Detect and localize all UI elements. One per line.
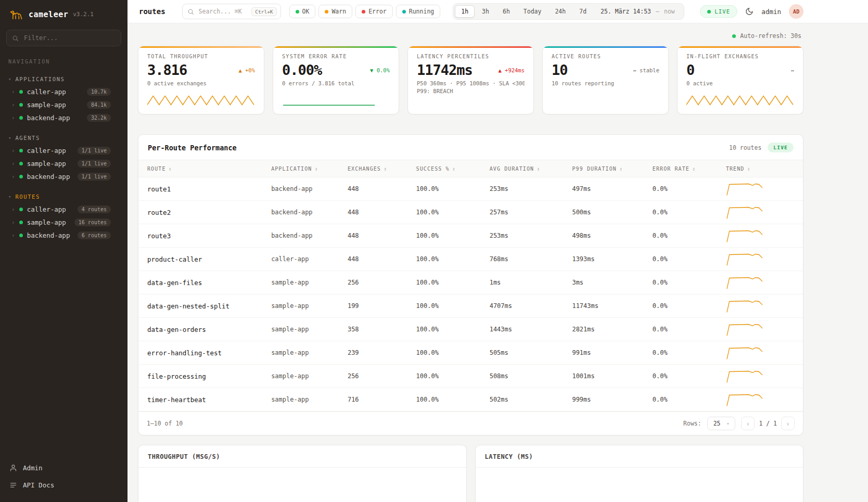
app-logo[interactable]: cameleer v3.2.1 xyxy=(0,0,127,27)
sidebar-item[interactable]: › caller-app 1/1 live xyxy=(0,144,127,157)
kpi-value: 3.816 xyxy=(147,62,187,78)
date-range-text: 25. März 14:53 xyxy=(601,8,651,15)
chip-label: Error xyxy=(368,8,387,15)
sidebar-item[interactable]: › sample-app 1/1 live xyxy=(0,157,127,170)
column-header-label: EXCHANGES xyxy=(348,166,381,172)
cell-route: route1 xyxy=(147,185,271,193)
status-filter-chip[interactable]: OK xyxy=(289,5,316,18)
chevron-right-icon: › xyxy=(11,89,15,95)
cell-p99-duration: 1393ms xyxy=(572,255,652,263)
trend-sparkline xyxy=(726,251,803,267)
status-filter-chip[interactable]: Error xyxy=(355,5,393,18)
sidebar-item[interactable]: › caller-app 4 routes xyxy=(0,203,127,216)
section-label: APPLICATIONS xyxy=(15,76,65,82)
time-range-button[interactable]: 1h xyxy=(455,5,475,18)
table-row[interactable]: route1 backend-app 448 100.0% 253ms 497m… xyxy=(138,177,803,201)
section-header-agents[interactable]: ▾ AGENTS xyxy=(0,133,127,144)
kpi-subtext: 0 active xyxy=(686,80,794,86)
search-input[interactable] xyxy=(198,7,248,16)
table-row[interactable]: file-processing sample-app 256 100.0% 50… xyxy=(138,365,803,388)
table-row[interactable]: timer-heartbeat sample-app 716 100.0% 50… xyxy=(138,388,803,411)
time-range-button[interactable]: 24h xyxy=(548,5,572,18)
table-row[interactable]: data-gen-files sample-app 256 100.0% 1ms… xyxy=(138,271,803,294)
sidebar-item[interactable]: › backend-app 6 routes xyxy=(0,229,127,242)
column-header[interactable]: ROUTE ↕ xyxy=(147,166,271,172)
chevron-right-icon: › xyxy=(11,102,15,108)
search-shortcut-kbd: Ctrl+K xyxy=(251,7,276,16)
trend-sparkline xyxy=(726,181,803,197)
time-range-button[interactable]: Today xyxy=(517,5,548,18)
kpi-label: SYSTEM ERROR RATE xyxy=(282,54,390,59)
table-row[interactable]: error-handling-test sample-app 239 100.0… xyxy=(138,341,803,365)
prev-page-button[interactable]: ‹ xyxy=(741,417,755,430)
chip-label: Warn xyxy=(331,8,346,15)
live-toggle[interactable]: LIVE xyxy=(700,5,737,18)
cell-p99-duration: 999ms xyxy=(572,396,652,403)
section-label: AGENTS xyxy=(15,135,40,141)
table-row[interactable]: data-gen-nested-split sample-app 199 100… xyxy=(138,294,803,318)
status-dot-icon xyxy=(19,103,23,107)
column-header-label: AVG DURATION xyxy=(490,166,534,172)
avatar[interactable]: AD xyxy=(789,4,803,19)
cell-application: sample-app xyxy=(271,396,348,403)
sidebar-item[interactable]: › sample-app 84.1k xyxy=(0,98,127,111)
sidebar-item-label: sample-app xyxy=(27,160,73,168)
table-row[interactable]: product-caller caller-app 448 100.0% 768… xyxy=(138,248,803,271)
kpi-subtext: 0 errors / 3.816 total xyxy=(282,80,390,86)
column-header[interactable]: ERROR RATE ↕ xyxy=(653,166,726,172)
search-icon xyxy=(12,35,19,42)
trend-sparkline xyxy=(726,298,803,314)
sidebar-item[interactable]: › backend-app 1/1 live xyxy=(0,170,127,183)
chevron-right-icon: › xyxy=(11,148,15,153)
sidebar-footer: Admin API Docs xyxy=(0,459,127,502)
user-menu[interactable]: admin xyxy=(761,8,781,16)
sort-icon: ↕ xyxy=(452,166,456,172)
table-row[interactable]: data-gen-orders sample-app 358 100.0% 14… xyxy=(138,318,803,341)
trend-sparkline xyxy=(726,345,803,361)
status-dot-icon xyxy=(19,175,23,178)
next-page-button[interactable]: › xyxy=(781,417,795,430)
column-header[interactable]: APPLICATION ↕ xyxy=(271,166,348,172)
cell-p99-duration: 2821ms xyxy=(572,326,652,333)
cell-p99-duration: 497ms xyxy=(572,185,652,192)
status-filter-chip[interactable]: Running xyxy=(396,5,440,18)
cell-application: backend-app xyxy=(271,185,348,192)
status-filter-chip[interactable]: Warn xyxy=(318,5,352,18)
filter-input[interactable] xyxy=(23,34,116,42)
cell-error-rate: 0.0% xyxy=(653,185,726,192)
dark-mode-toggle[interactable] xyxy=(745,7,754,16)
section-header-applications[interactable]: ▾ APPLICATIONS xyxy=(0,74,127,85)
chip-label: Running xyxy=(409,8,434,15)
column-header[interactable]: TREND ↕ xyxy=(726,166,803,172)
time-range-button[interactable]: 6h xyxy=(496,5,516,18)
time-range-button[interactable]: 7d xyxy=(573,5,593,18)
sidebar-item[interactable]: › caller-app 10.7k xyxy=(0,85,127,98)
sidebar-item-badge: 84.1k xyxy=(87,101,111,109)
cell-p99-duration: 1001ms xyxy=(572,372,652,380)
column-header[interactable]: EXCHANGES ↕ xyxy=(348,166,416,172)
trend-sparkline xyxy=(726,392,803,407)
per-route-performance-card: Per-Route Performance 10 routes LIVE ROU… xyxy=(138,134,803,435)
sidebar-item[interactable]: › backend-app 32.2k xyxy=(0,111,127,124)
cell-p99-duration: 991ms xyxy=(572,349,652,356)
column-header-label: SUCCESS % xyxy=(416,166,450,172)
sidebar-item[interactable]: › sample-app 16 routes xyxy=(0,216,127,229)
kpi-sparkline xyxy=(282,92,390,108)
kpi-sparkline xyxy=(686,92,794,108)
time-range-button[interactable]: 3h xyxy=(476,5,495,18)
cell-avg-duration: 253ms xyxy=(490,232,572,239)
column-header[interactable]: P99 DURATION ↕ xyxy=(572,166,652,172)
cell-route: route3 xyxy=(147,232,271,240)
column-header[interactable]: SUCCESS % ↕ xyxy=(416,166,490,172)
sidebar-item-admin[interactable]: Admin xyxy=(0,459,127,477)
sidebar-item-api-docs[interactable]: API Docs xyxy=(0,477,127,494)
table-row[interactable]: route3 backend-app 448 100.0% 253ms 498m… xyxy=(138,224,803,248)
column-header[interactable]: AVG DURATION ↕ xyxy=(490,166,572,172)
status-dot-icon xyxy=(19,90,23,94)
kpi-delta: ▲ +924ms xyxy=(498,67,525,73)
rows-per-page-select[interactable]: 25 ▾ xyxy=(707,417,736,430)
cell-route: data-gen-files xyxy=(147,279,271,287)
section-header-routes[interactable]: ▾ ROUTES xyxy=(0,191,127,203)
search-icon xyxy=(187,8,194,15)
table-row[interactable]: route2 backend-app 448 100.0% 257ms 500m… xyxy=(138,201,803,224)
